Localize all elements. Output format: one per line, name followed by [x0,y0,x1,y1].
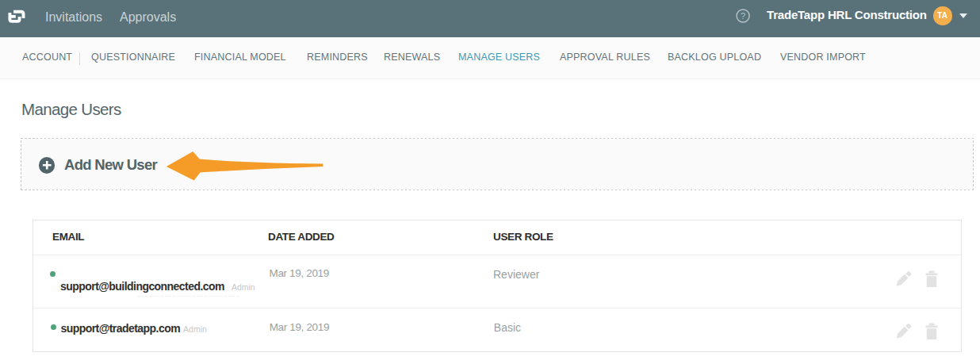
svg-text:?: ? [741,12,745,21]
